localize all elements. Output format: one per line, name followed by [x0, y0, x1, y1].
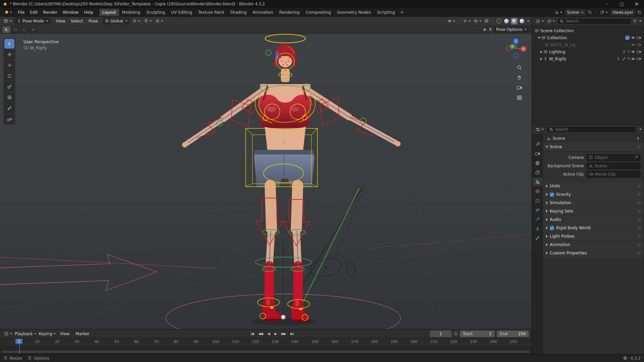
new-scene-icon[interactable] — [588, 10, 592, 14]
timeline-scrollbar[interactable] — [2, 351, 530, 353]
gizmo-y-label[interactable]: Y — [511, 45, 513, 48]
drag-grip-icon[interactable] — [638, 193, 641, 196]
jump-to-end-button[interactable]: ▶| — [289, 331, 295, 336]
zoom-icon[interactable] — [517, 65, 522, 70]
tree-row-collection[interactable]: Collection — [533, 34, 643, 41]
editor-type-button[interactable] — [2, 18, 13, 24]
properties-search-input[interactable] — [555, 127, 634, 132]
drag-grip-icon[interactable] — [638, 218, 641, 221]
drag-grip-icon[interactable] — [638, 227, 641, 230]
menu-render[interactable]: Render — [40, 9, 60, 16]
eye-icon[interactable] — [631, 50, 635, 54]
tab-texture-paint[interactable]: Texture Paint — [195, 9, 227, 16]
tool-select-box[interactable] — [4, 39, 14, 49]
preview-range-clock-icon[interactable] — [453, 331, 458, 336]
timeline-view-menu[interactable]: View — [57, 330, 72, 337]
menu-view[interactable]: View — [53, 18, 68, 24]
gizmos-dropdown[interactable] — [462, 18, 472, 24]
camera-view-icon[interactable] — [517, 85, 522, 90]
drag-grip-icon[interactable] — [638, 243, 641, 246]
panel-custom-properties[interactable]: Custom Properties — [543, 249, 644, 257]
playback-menu[interactable]: Playback — [14, 331, 37, 337]
shading-solid-button[interactable] — [503, 18, 510, 24]
new-viewlayer-icon[interactable] — [637, 10, 641, 14]
tab-geometry-nodes[interactable]: Geometry Nodes — [334, 9, 374, 16]
eye-icon[interactable] — [631, 57, 635, 61]
eyedropper-icon[interactable] — [634, 155, 638, 160]
minimize-button[interactable]: – — [600, 0, 614, 8]
tree-row-wgts[interactable]: WGTS_W_rig — [533, 41, 643, 48]
add-workspace-button[interactable]: + — [398, 9, 406, 15]
menu-select[interactable]: Select — [68, 18, 86, 24]
active-clip-field[interactable]: Movie Clip — [587, 171, 640, 178]
outliner-search[interactable] — [557, 18, 631, 24]
properties-editor-type-button[interactable] — [534, 126, 545, 133]
tab-world[interactable] — [533, 187, 542, 195]
expand-icon[interactable] — [540, 51, 542, 53]
tool-move[interactable] — [4, 60, 14, 70]
eye-icon[interactable] — [631, 36, 635, 40]
panel-gravity[interactable]: Gravity — [543, 190, 644, 198]
viewlayer-name-field[interactable]: ViewLayer — [610, 9, 635, 16]
ortho-grid-icon[interactable] — [517, 95, 522, 101]
unlink-icon[interactable]: × — [581, 10, 584, 15]
tab-uv-editing[interactable]: UV Editing — [168, 9, 195, 16]
camera-icon[interactable] — [637, 43, 641, 47]
drag-grip-icon[interactable] — [638, 201, 641, 204]
keying-menu[interactable]: Keying — [38, 331, 57, 337]
panel-rigid-body-world[interactable]: Rigid Body World — [543, 224, 644, 232]
rigid-body-checkbox[interactable] — [550, 226, 554, 230]
tool-transform[interactable] — [4, 93, 14, 102]
menu-edit[interactable]: Edit — [27, 9, 40, 16]
tab-object[interactable] — [533, 196, 542, 205]
frame-end-field[interactable]: End 250 — [497, 330, 529, 337]
panel-simulation[interactable]: Simulation — [543, 199, 644, 207]
drag-grip-icon[interactable] — [638, 252, 641, 255]
tab-shading[interactable]: Shading — [227, 9, 250, 16]
shading-rendered-button[interactable] — [519, 18, 525, 24]
tab-modeling[interactable]: Modeling — [119, 9, 144, 16]
timeline-marker-menu[interactable]: Marker — [73, 330, 92, 337]
network-icon[interactable] — [623, 356, 627, 360]
eye-icon[interactable] — [631, 43, 635, 47]
tab-compositing[interactable]: Compositing — [303, 9, 334, 16]
select-circle-button[interactable] — [20, 26, 28, 33]
tool-rotate[interactable] — [4, 71, 14, 81]
drag-grip-icon[interactable] — [638, 235, 641, 238]
transform-orientation-selector[interactable]: Global — [102, 17, 130, 24]
tab-tool[interactable] — [533, 140, 542, 148]
object-visibility-dropdown[interactable] — [446, 18, 456, 24]
mode-selector[interactable]: Pose Mode — [14, 17, 51, 24]
snap-toggle[interactable] — [143, 18, 153, 24]
pose-options-button[interactable]: Pose Options — [494, 26, 529, 33]
viewport-canvas[interactable]: User Perspective (1) W_Rigify — [0, 34, 532, 329]
mirror-x-button[interactable]: X — [489, 27, 492, 32]
tab-scene[interactable] — [533, 178, 542, 186]
frame-start-field[interactable]: Start 1 — [460, 330, 495, 337]
camera-field[interactable]: Object — [587, 154, 640, 161]
camera-icon[interactable] — [637, 57, 641, 61]
gizmo-x-label[interactable]: X — [523, 47, 525, 51]
exclude-checkbox[interactable] — [625, 36, 630, 40]
menu-file[interactable]: File — [15, 9, 27, 16]
drag-grip-icon[interactable] — [638, 145, 641, 148]
menu-pose[interactable]: Pose — [86, 18, 101, 24]
timeline-ruler[interactable]: 10 20 30 40 50 60 70 80 90 100 110 120 — [0, 338, 532, 347]
tool-cursor[interactable] — [4, 50, 14, 59]
maximize-button[interactable]: □ — [614, 0, 629, 8]
pin-icon[interactable] — [636, 136, 640, 141]
current-frame-field[interactable]: 1 — [430, 330, 451, 337]
mirror-icon[interactable] — [483, 27, 487, 32]
tab-render[interactable] — [533, 149, 542, 158]
tab-scripting[interactable]: Scripting — [374, 9, 398, 16]
drag-grip-icon[interactable] — [638, 185, 641, 188]
camera-icon[interactable] — [637, 50, 641, 54]
tree-row-lighting[interactable]: Lighting 7 — [533, 48, 643, 55]
close-button[interactable]: × — [629, 0, 644, 8]
outliner-search-input[interactable] — [566, 19, 629, 23]
panel-audio[interactable]: Audio — [543, 216, 644, 224]
expand-icon[interactable] — [538, 37, 541, 39]
select-lasso-button[interactable] — [29, 26, 36, 33]
tab-animation[interactable]: Animation — [250, 9, 276, 16]
background-scene-field[interactable]: Scene — [587, 163, 640, 169]
